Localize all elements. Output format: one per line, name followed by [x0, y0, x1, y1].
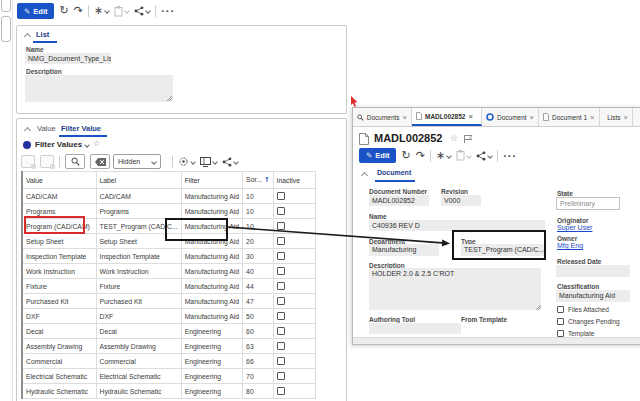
tab-nmg-list[interactable]: NMG_D [633, 108, 640, 126]
inactive-checkbox[interactable] [277, 192, 285, 200]
col-header-label[interactable]: Label [96, 172, 181, 189]
tab-madl002852[interactable]: MADL002852 × [412, 108, 482, 126]
inactive-checkbox[interactable] [277, 357, 285, 365]
resize-grip[interactable] [534, 303, 541, 310]
description-textarea[interactable] [25, 75, 173, 102]
resize-grip[interactable] [165, 94, 172, 101]
share-button[interactable] [476, 151, 492, 161]
chevron-down-icon [104, 8, 110, 14]
template-checkbox[interactable] [557, 330, 564, 337]
tab-value[interactable]: Value [37, 124, 56, 133]
originator-link[interactable]: Super User [557, 224, 592, 231]
table-row[interactable]: CommercialCommercialEngineering66 [22, 354, 315, 369]
hidden-select-value: Hidden [118, 158, 140, 165]
inactive-checkbox[interactable] [277, 267, 285, 275]
collapse-icon[interactable] [24, 33, 31, 40]
col-header-filter[interactable]: Filter [181, 172, 242, 189]
tab-filter-value[interactable]: Filter Value [61, 124, 101, 133]
hidden-filter-select[interactable]: Hidden [113, 154, 161, 169]
edit-button[interactable]: ✎ Edit [17, 3, 54, 19]
rail-button[interactable] [1, 0, 11, 12]
favorite-star-icon[interactable]: ☆ [93, 139, 100, 148]
inactive-checkbox[interactable] [277, 327, 285, 335]
col-header-value[interactable]: Value [22, 172, 96, 189]
revision-input[interactable]: V000 [441, 195, 481, 206]
released-date-input[interactable] [556, 265, 630, 277]
table-row[interactable]: CAD/CAMCAD/CAMManufacturing Aid10 [22, 189, 315, 204]
authoring-tool-input[interactable] [369, 323, 461, 334]
inactive-checkbox[interactable] [277, 237, 285, 245]
flag-icon[interactable] [464, 135, 473, 143]
more-button[interactable]: ··· [161, 6, 175, 16]
close-icon[interactable]: × [590, 113, 594, 122]
more-button[interactable]: ··· [503, 151, 517, 161]
collapse-icon[interactable] [24, 127, 31, 134]
promote-button[interactable]: ∗ [436, 151, 451, 161]
close-icon[interactable]: × [468, 112, 472, 121]
tab-list[interactable]: List [36, 30, 49, 39]
owner-link[interactable]: Mfg Eng [557, 242, 583, 249]
inactive-checkbox[interactable] [277, 312, 285, 320]
name-input[interactable]: C40936 REV D [369, 220, 545, 231]
tab-lists[interactable]: Lists × [600, 108, 633, 126]
share-button[interactable] [222, 157, 238, 167]
table-row[interactable]: Program (CAD/CAM)TEST_Program (CAD/C...M… [22, 219, 315, 234]
col-header-sort[interactable]: Sor... ↑ [243, 172, 273, 189]
views-button[interactable] [200, 157, 217, 167]
edit-button[interactable]: ✎ Edit [359, 148, 396, 163]
close-icon[interactable]: × [624, 113, 628, 122]
redo-icon[interactable]: ↷ [416, 151, 425, 161]
delete-row-button-disabled[interactable] [40, 155, 54, 168]
redo-icon[interactable]: ↷ [74, 6, 83, 16]
tab-document-1[interactable]: Document 1 × [539, 108, 600, 126]
paste-button[interactable] [456, 150, 471, 161]
scan-button[interactable] [178, 156, 195, 167]
clear-search-button[interactable] [90, 154, 110, 169]
close-icon[interactable]: × [403, 113, 407, 122]
collapse-icon[interactable] [361, 172, 368, 179]
paste-button[interactable] [114, 6, 129, 17]
table-row[interactable]: FixtureFixtureManufacturing Aid44 [22, 279, 315, 294]
table-row[interactable]: DXFDXFManufacturing Aid50 [22, 309, 315, 324]
promote-button[interactable]: ∗ [94, 6, 109, 16]
department-input[interactable]: Manufacturing [369, 244, 439, 256]
refresh-icon[interactable]: ↻ [59, 6, 68, 16]
type-input[interactable]: TEST_Program (CAD/C... [461, 244, 545, 256]
horizontal-scrollbar[interactable] [353, 337, 640, 344]
files-attached-checkbox[interactable] [557, 306, 564, 313]
classification-input[interactable]: Manufacturing Aid [556, 290, 630, 302]
favorite-star-icon[interactable]: ☆ [450, 133, 458, 143]
table-row[interactable]: ProgramsProgramsManufacturing Aid10 [22, 204, 315, 219]
table-row[interactable]: Purchased KitPurchased KitManufacturing … [22, 294, 315, 309]
table-row[interactable]: DecalDecalEngineering60 [22, 324, 315, 339]
table-row[interactable]: Electrical SchematicElectrical Schematic… [22, 369, 315, 384]
table-row[interactable]: Work InstructionWork InstructionManufact… [22, 264, 315, 279]
document-number-input[interactable]: MADL002852 [369, 195, 429, 206]
table-row[interactable]: Hydraulic SchematicHydraulic SchematicEn… [22, 384, 315, 399]
description-textarea[interactable]: HOLDER 2.0 & 2.5 C'ROT [369, 268, 541, 310]
search-button[interactable] [65, 154, 85, 169]
refresh-icon[interactable]: ↻ [401, 151, 410, 161]
table-row[interactable]: Inspection TemplateInspection TemplateMa… [22, 249, 315, 264]
col-header-inactive[interactable]: Inactive [273, 172, 315, 189]
close-icon[interactable]: × [530, 113, 534, 122]
tab-document[interactable]: Document × [482, 108, 539, 126]
chevron-down-icon[interactable] [84, 142, 90, 148]
tab-documents[interactable]: Documents × [353, 108, 412, 126]
changes-pending-checkbox[interactable] [557, 318, 564, 325]
add-row-button-disabled[interactable] [21, 155, 35, 168]
inactive-checkbox[interactable] [277, 372, 285, 380]
inactive-checkbox[interactable] [277, 342, 285, 350]
table-row[interactable]: Assembly DrawingAssembly DrawingEngineer… [22, 339, 315, 354]
inactive-checkbox[interactable] [277, 207, 285, 215]
tab-document-form[interactable]: Document [377, 169, 411, 176]
inactive-checkbox[interactable] [277, 222, 285, 230]
name-input[interactable]: NMG_Document_Type_List [25, 53, 111, 64]
inactive-checkbox[interactable] [277, 282, 285, 290]
share-button[interactable] [134, 6, 150, 16]
inactive-checkbox[interactable] [277, 297, 285, 305]
rail-button[interactable] [1, 16, 11, 42]
table-row[interactable]: Setup SheetSetup SheetManufacturing Aid2… [22, 234, 315, 249]
inactive-checkbox[interactable] [277, 252, 285, 260]
inactive-checkbox[interactable] [277, 387, 285, 395]
